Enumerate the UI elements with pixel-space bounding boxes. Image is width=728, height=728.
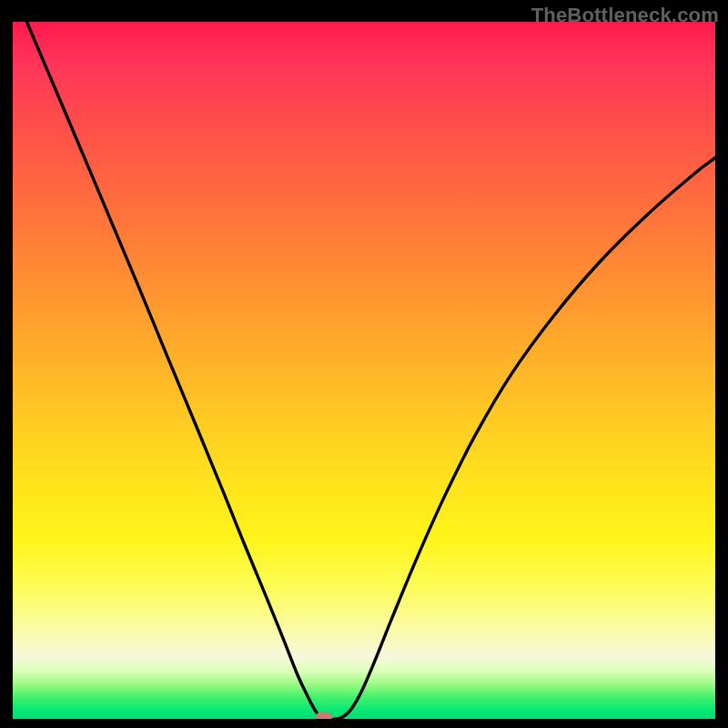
watermark-text: TheBottleneck.com: [531, 4, 719, 27]
bottleneck-curve: [26, 22, 715, 719]
plot-area: [13, 22, 715, 719]
plot-outer: [13, 22, 715, 719]
curve-svg: [13, 22, 715, 719]
minimum-marker: [316, 713, 332, 719]
chart-frame: TheBottleneck.com: [0, 0, 728, 728]
